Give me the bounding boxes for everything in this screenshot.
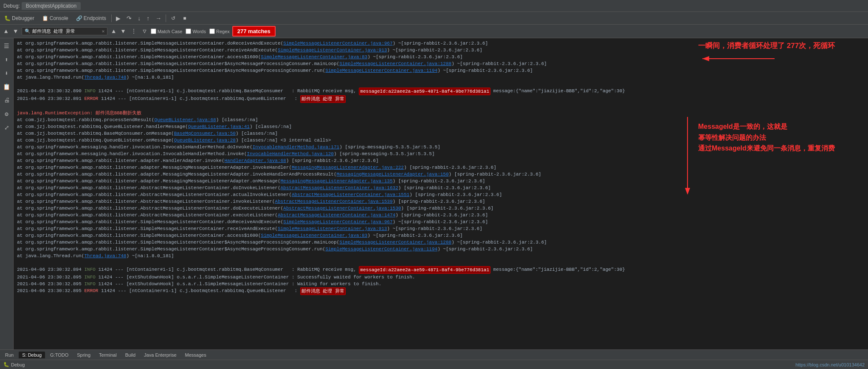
sidebar-print-icon[interactable]: 🖨 bbox=[2, 95, 12, 105]
search-input-wrap: 🔍 ✕ bbox=[22, 27, 108, 35]
log-line: at org.springframework.amqp.rabbit.liste… bbox=[14, 54, 868, 60]
log-line: at org.springframework.amqp.rabbit.liste… bbox=[14, 178, 868, 184]
log-line: at com.jzj.bootmqtest.rabbitmq.QueueBLis… bbox=[14, 137, 868, 144]
sidebar-up-icon[interactable]: ⬆ bbox=[2, 54, 12, 65]
log-line: at org.springframework.amqp.rabbit.liste… bbox=[14, 219, 868, 225]
words-option[interactable]: Words bbox=[186, 28, 206, 34]
match-count-box: 277 matches bbox=[232, 26, 276, 37]
console-area[interactable]: at org.springframework.amqp.rabbit.liste… bbox=[14, 38, 868, 369]
error-line-1: 2021-04-06 23:30:32.891 ERROR 11424 --- … bbox=[14, 95, 868, 103]
step-over-btn[interactable]: ↷ bbox=[125, 14, 133, 23]
log-line: at org.springframework.amqp.rabbit.liste… bbox=[14, 60, 868, 67]
left-sidebar: ☰ ⬆ ⬇ 📋 🖨 ⚙ ⤢ bbox=[0, 38, 14, 369]
regex-option[interactable]: Regex bbox=[209, 28, 230, 34]
info-line-1: 2021-04-06 23:30:32.890 INFO 11424 --- [… bbox=[14, 88, 868, 95]
match-case-checkbox[interactable] bbox=[151, 28, 156, 34]
log-line: at org.springframework.amqp.rabbit.liste… bbox=[14, 212, 868, 219]
sidebar-settings-icon[interactable]: ⚙ bbox=[2, 109, 12, 119]
log-line-blank bbox=[14, 81, 868, 88]
log-line: at org.springframework.amqp.rabbit.liste… bbox=[14, 239, 868, 246]
exception-line: java.lang.RuntimeException: 邮件消息BBB翻折失败 bbox=[14, 110, 868, 116]
search-options: Match Case Words Regex bbox=[151, 28, 230, 34]
endpoints-btn[interactable]: 🔗 Endpoints bbox=[73, 14, 109, 22]
down-arrow-btn[interactable]: ▼ bbox=[12, 27, 19, 36]
title-bar: Debug: BootmqtestApplication bbox=[0, 0, 868, 12]
log-line: at org.springframework.amqp.rabbit.liste… bbox=[14, 47, 868, 54]
log-line: at org.springframework.messaging.handler… bbox=[14, 150, 868, 157]
filter-btn[interactable]: ▽ bbox=[141, 27, 148, 36]
sidebar-expand-icon[interactable]: ⤢ bbox=[2, 122, 12, 133]
tab-todo[interactable]: G:TODO bbox=[47, 352, 72, 358]
separator-2 bbox=[166, 14, 166, 22]
step-out-btn[interactable]: ↑ bbox=[145, 14, 151, 23]
more-options-btn[interactable]: ⋮ bbox=[129, 27, 138, 36]
search-icon: 🔍 bbox=[25, 28, 31, 34]
log-line: at org.springframework.amqp.rabbit.liste… bbox=[14, 184, 868, 191]
run-to-cursor-btn[interactable]: → bbox=[154, 14, 163, 23]
search-bar: ▲ ▼ 🔍 ✕ ▲ ▼ ⋮ ▽ Match Case Words Regex 2… bbox=[0, 25, 868, 38]
tab-java-enterprise[interactable]: Java Enterprise bbox=[141, 352, 180, 358]
log-line: at org.springframework.amqp.rabbit.liste… bbox=[14, 246, 868, 253]
log-line: at com.jzj.bootmqtest.rabbitmq.QueueBLis… bbox=[14, 123, 868, 130]
main-area: ☰ ⬆ ⬇ 📋 🖨 ⚙ ⤢ at org.springframework.amq… bbox=[0, 38, 868, 369]
sidebar-down-icon[interactable]: ⬇ bbox=[2, 68, 12, 78]
console-btn[interactable]: 📋 Console bbox=[39, 14, 71, 22]
log-line: at org.springframework.amqp.rabbit.liste… bbox=[14, 67, 868, 74]
log-line: at org.springframework.amqp.rabbit.liste… bbox=[14, 164, 868, 171]
tab-messages[interactable]: Messages bbox=[182, 352, 210, 358]
next-match-btn[interactable]: ▼ bbox=[120, 27, 127, 36]
step-into-btn[interactable]: ↓ bbox=[136, 14, 142, 23]
log-line: at org.springframework.amqp.rabbit.liste… bbox=[14, 232, 868, 239]
log-line: at org.springframework.amqp.rabbit.liste… bbox=[14, 171, 868, 178]
status-icon: 🐛 bbox=[3, 362, 9, 367]
info-line-2: 2021-04-06 23:30:32.894 INFO 11424 --- [… bbox=[14, 266, 868, 274]
up-arrow-btn[interactable]: ▲ bbox=[3, 27, 9, 36]
regex-checkbox[interactable] bbox=[209, 28, 215, 34]
tab-spring[interactable]: Spring bbox=[73, 352, 94, 358]
debug-label: Debug: bbox=[3, 3, 20, 9]
separator-1 bbox=[111, 14, 112, 22]
log-line: at org.springframework.amqp.rabbit.liste… bbox=[14, 225, 868, 232]
debugger-btn[interactable]: 🐛 Debugger bbox=[2, 14, 37, 22]
log-line-blank bbox=[14, 103, 868, 110]
log-line: at org.springframework.amqp.rabbit.liste… bbox=[14, 157, 868, 164]
match-case-option[interactable]: Match Case bbox=[151, 28, 183, 34]
log-line: at org.springframework.amqp.rabbit.liste… bbox=[14, 191, 868, 198]
log-line-blank bbox=[14, 259, 868, 266]
status-item: 🐛 Debug bbox=[3, 362, 25, 367]
status-bar: 🐛 Debug https://blog.csdn.net/u010134642 bbox=[0, 360, 868, 369]
log-line: at com.jzj.bootmqtest.rabbitmq.processSe… bbox=[14, 116, 868, 123]
prev-match-btn[interactable]: ▲ bbox=[110, 27, 117, 36]
status-debug-label: Debug bbox=[11, 362, 25, 367]
match-count: 277 matches bbox=[237, 28, 271, 34]
resume-btn[interactable]: ▶ bbox=[114, 14, 122, 23]
words-checkbox[interactable] bbox=[186, 28, 191, 34]
log-line: at com.jzj.bootmqtest.rabbitmq.BaseMqCon… bbox=[14, 130, 868, 137]
info-line-3: 2021-04-06 23:30:32.895 INFO 11424 --- [… bbox=[14, 274, 868, 281]
app-tab-label: BootmqtestApplication bbox=[26, 3, 76, 9]
bottom-tabs: Run S: Debug G:TODO Spring Terminal Buil… bbox=[0, 349, 868, 360]
search-input[interactable] bbox=[32, 29, 100, 34]
log-line: at java.lang.Thread.run(Thread.java:748)… bbox=[14, 74, 868, 81]
rerun-btn[interactable]: ↺ bbox=[169, 14, 178, 22]
app-tab[interactable]: BootmqtestApplication bbox=[22, 2, 81, 10]
error-line-2: 2021-04-06 23:30:32.895 ERROR 11424 --- … bbox=[14, 287, 868, 295]
log-line: at org.springframework.amqp.rabbit.liste… bbox=[14, 198, 868, 205]
log-line: at org.springframework.messaging.handler… bbox=[14, 144, 868, 150]
tab-debug[interactable]: S: Debug bbox=[19, 352, 45, 358]
stop-btn[interactable]: ■ bbox=[180, 14, 189, 22]
tab-run[interactable]: Run bbox=[2, 352, 17, 358]
toolbar: 🐛 Debugger 📋 Console 🔗 Endpoints ▶ ↷ ↓ ↑… bbox=[0, 12, 868, 25]
console-content: at org.springframework.amqp.rabbit.liste… bbox=[14, 40, 868, 316]
log-line: at java.lang.Thread.run(Thread.java:748)… bbox=[14, 253, 868, 259]
sidebar-toggle-icon[interactable]: ☰ bbox=[2, 41, 12, 51]
log-line: at org.springframework.amqp.rabbit.liste… bbox=[14, 205, 868, 212]
log-line: at org.springframework.amqp.rabbit.liste… bbox=[14, 40, 868, 47]
sidebar-copy-icon[interactable]: 📋 bbox=[2, 82, 12, 92]
tab-terminal[interactable]: Terminal bbox=[96, 352, 120, 358]
tab-build[interactable]: Build bbox=[122, 352, 139, 358]
clear-icon[interactable]: ✕ bbox=[102, 28, 105, 34]
info-line-4: 2021-04-06 23:30:32.895 INFO 11424 --- [… bbox=[14, 281, 868, 287]
status-url[interactable]: https://blog.csdn.net/u010134642 bbox=[795, 362, 865, 367]
